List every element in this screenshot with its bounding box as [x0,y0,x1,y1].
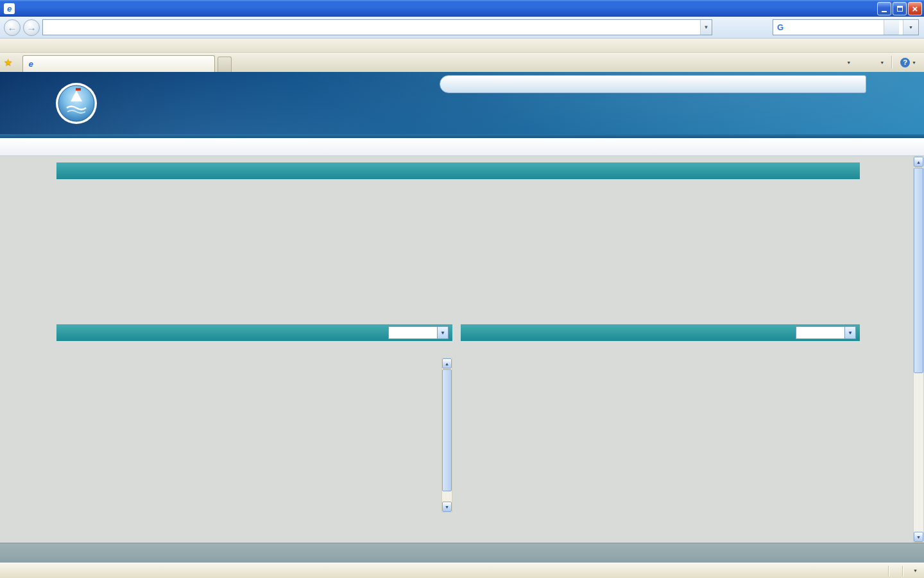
status-separator [888,566,889,576]
bar-chart-panel [56,162,860,317]
minimize-button[interactable] [877,2,891,15]
app-header [0,72,924,138]
address-bar: ← → ▼ G ▼ [0,17,924,39]
bar-chart-body [56,179,860,317]
table-panel-dropdown[interactable]: ▼ [388,326,449,339]
table-panel-header: ▼ [56,324,452,341]
table-dropdown-value [389,327,437,338]
sub-menu [0,138,924,156]
app-logo [55,82,98,125]
line-panel-header: ▼ [461,324,860,341]
refresh-button[interactable] [734,19,751,36]
search-options-button[interactable]: ▼ [903,20,918,35]
compatibility-view-button[interactable] [715,19,732,36]
close-button[interactable]: × [908,2,922,15]
favorites-bar: ★ e ▼ ▼ ?▼ [0,53,924,72]
stop-button[interactable] [753,19,770,36]
search-go-button[interactable] [884,20,899,35]
browser-tab[interactable]: e [22,55,215,72]
content-scroll-up-icon[interactable]: ▲ [914,157,923,167]
line-chart-body [461,359,860,523]
help-icon: ? [900,58,910,67]
favorites-button[interactable] [15,60,20,64]
bar-panel-header [56,162,860,179]
home-button[interactable]: ▼ [841,58,855,67]
tab-favicon-icon: e [28,59,33,69]
content-scroll-down-icon[interactable]: ▼ [914,532,923,542]
read-mail-button[interactable] [865,60,873,64]
window-controls: × [876,2,922,15]
menu-bar [0,39,924,53]
help-button[interactable]: ?▼ [896,56,920,69]
welcome-strip [440,75,866,93]
line-chart-panel: ▼ [461,324,860,523]
new-tab-button[interactable] [218,57,232,72]
search-box[interactable]: G ▼ [773,19,919,35]
browser-toolbar: ▼ ▼ ?▼ [841,56,920,69]
table-dropdown-arrow-icon[interactable]: ▼ [437,327,448,338]
address-dropdown-icon[interactable]: ▼ [700,20,712,35]
maximize-button[interactable] [893,2,907,15]
line-chart-legend [461,341,860,359]
forward-button[interactable]: → [23,19,40,36]
zoom-control[interactable]: ▼ [908,568,921,573]
main-content: ▼ ▲ ▼ ▼ [0,156,924,543]
line-dropdown-arrow-icon[interactable]: ▼ [844,327,855,338]
status-bar: ▼ [0,563,924,578]
content-scroll-thumb[interactable] [914,168,923,373]
google-icon: G [777,22,783,32]
table-panel: ▼ ▲ ▼ [56,324,452,341]
table-scroll-up-icon[interactable]: ▲ [442,358,452,369]
browser-window: e × ← → ▼ G ▼ ★ e [0,0,924,578]
address-field[interactable]: ▼ [42,19,712,35]
page-footer [0,543,924,563]
table-scrollbar[interactable]: ▲ ▼ [441,358,452,512]
print-button[interactable]: ▼ [874,58,888,67]
logout-icon[interactable] [795,78,807,90]
line-dropdown-value [796,327,844,338]
status-separator-2 [902,566,903,576]
favorites-star-icon[interactable]: ★ [4,57,12,68]
feeds-button[interactable] [856,60,864,64]
title-bar: e × [0,0,924,17]
home-icon[interactable] [776,78,787,90]
table-scroll-down-icon[interactable]: ▼ [442,502,452,512]
back-button[interactable]: ← [4,19,21,36]
table-scroll-thumb[interactable] [442,369,452,491]
toolbar-separator [891,56,892,69]
ie-logo-icon: e [4,3,15,14]
line-panel-dropdown[interactable]: ▼ [796,326,856,339]
content-scrollbar[interactable]: ▲ ▼ [913,156,924,543]
